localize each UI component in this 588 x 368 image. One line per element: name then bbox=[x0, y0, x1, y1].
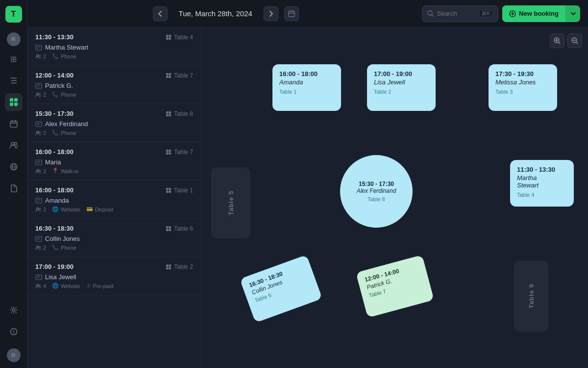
svg-point-60 bbox=[37, 169, 39, 171]
booking-name: Amanda bbox=[35, 197, 193, 204]
floor-controls bbox=[550, 33, 582, 48]
svg-rect-46 bbox=[166, 114, 169, 116]
search-input[interactable] bbox=[437, 10, 476, 17]
source-icon: 📍 bbox=[52, 168, 59, 174]
sidebar-icon-settings[interactable] bbox=[5, 301, 23, 319]
svg-rect-55 bbox=[166, 152, 169, 155]
search-keyboard-shortcut: ⌘K bbox=[479, 10, 493, 17]
sidebar-icon-menu[interactable]: ☰ bbox=[5, 72, 23, 89]
floor-table-card[interactable]: 17:30 - 19:30 Melissa Jones Table 3 bbox=[489, 64, 557, 111]
guest-count: 2 bbox=[35, 168, 46, 174]
source-icon: 📞 bbox=[52, 53, 59, 59]
topbar-right: ⌘K New booking bbox=[422, 5, 580, 22]
svg-line-22 bbox=[432, 15, 433, 16]
list-item[interactable]: 16:00 - 18:00 Table 7 Maria bbox=[27, 142, 201, 181]
booking-name: Martha Stewart bbox=[35, 44, 193, 51]
floor-vertical-table-5[interactable]: Table 5 bbox=[211, 167, 250, 238]
list-item[interactable]: 16:30 - 18:30 Table 6 Collin Jones bbox=[27, 219, 201, 257]
source-icon: 🌐 bbox=[52, 206, 59, 212]
svg-point-43 bbox=[39, 93, 41, 95]
card-name: Melissa Jones bbox=[495, 79, 550, 86]
svg-rect-3 bbox=[14, 103, 18, 106]
card-table: Table 8 bbox=[368, 196, 385, 202]
search-box[interactable]: ⌘K bbox=[422, 5, 498, 22]
svg-rect-2 bbox=[10, 103, 13, 106]
source-icon: 📞 bbox=[52, 130, 59, 136]
svg-point-70 bbox=[39, 208, 41, 210]
prev-date-button[interactable] bbox=[153, 6, 168, 21]
card-time: 11:30 - 13:30 bbox=[517, 166, 567, 173]
svg-point-34 bbox=[39, 55, 41, 56]
svg-rect-72 bbox=[169, 226, 172, 229]
zoom-out-button[interactable] bbox=[567, 33, 582, 48]
card-time: 17:30 - 19:30 bbox=[495, 70, 550, 78]
sidebar-icon-calendar[interactable] bbox=[5, 115, 23, 132]
list-item[interactable]: 12:00 - 14:00 Table 7 Patrick G. bbox=[27, 66, 201, 104]
bookings-list: 11:30 - 13:30 Table 4 Martha Stewart bbox=[27, 27, 201, 368]
zoom-in-button[interactable] bbox=[550, 33, 564, 48]
user-avatar-bottom[interactable]: R bbox=[7, 348, 21, 362]
list-item[interactable]: 15:30 - 17:30 Table 8 Alex Ferdinand bbox=[27, 104, 201, 142]
floor-table-card[interactable]: 11:30 - 13:30 MarthaStewart Table 4 bbox=[510, 160, 574, 207]
table-icon-small bbox=[166, 73, 172, 79]
guests-icon bbox=[35, 54, 41, 59]
booking-time: 16:00 - 18:00 bbox=[35, 148, 74, 156]
booking-header: 16:00 - 18:00 Table 1 bbox=[35, 186, 193, 194]
guests-icon bbox=[35, 131, 41, 135]
new-booking-dropdown-button[interactable] bbox=[565, 5, 580, 22]
svg-rect-84 bbox=[36, 275, 42, 280]
booking-extra: ① Pre-paid bbox=[86, 283, 114, 289]
svg-rect-27 bbox=[169, 35, 172, 37]
card-table: Table 2 bbox=[374, 89, 429, 95]
booking-header: 11:30 - 13:30 Table 4 bbox=[35, 33, 193, 41]
svg-line-92 bbox=[559, 42, 560, 44]
svg-rect-63 bbox=[169, 188, 172, 190]
list-item[interactable]: 17:00 - 19:00 Table 2 Lisa Jewell bbox=[27, 257, 201, 295]
new-booking-main-button[interactable]: New booking bbox=[502, 5, 565, 22]
sidebar-icon-globe[interactable] bbox=[5, 158, 23, 176]
person-icon bbox=[35, 159, 42, 165]
booking-header: 15:30 - 17:30 Table 8 bbox=[35, 110, 193, 117]
list-item[interactable]: 16:00 - 18:00 Table 1 Amanda bbox=[27, 181, 201, 219]
sidebar-icon-grid[interactable]: ⊞ bbox=[5, 50, 23, 68]
svg-rect-75 bbox=[36, 237, 42, 241]
booking-table: Table 8 bbox=[166, 110, 193, 117]
booking-source: 📞 Phone bbox=[52, 91, 76, 98]
floor-canvas: 16:00 - 18:00 Amanda Table 1 17:00 - 19:… bbox=[201, 27, 588, 368]
booking-name: Alex Ferdinand bbox=[35, 120, 193, 128]
booking-time: 15:30 - 17:30 bbox=[35, 110, 74, 117]
floor-oval-table[interactable]: 15:30 - 17:30 Alex Ferdinand Table 8 bbox=[340, 155, 413, 228]
floor-rotated-card[interactable]: 16:30 - 18:30 Collin Jones Table 6 bbox=[240, 255, 322, 323]
svg-rect-37 bbox=[166, 76, 169, 78]
floor-vertical-table-9[interactable]: Table 9 bbox=[514, 261, 548, 332]
sidebar-icon-file[interactable] bbox=[5, 180, 23, 197]
svg-rect-45 bbox=[169, 111, 172, 114]
chevron-down-icon bbox=[571, 12, 576, 15]
calendar-picker-button[interactable] bbox=[284, 6, 299, 21]
guests-icon bbox=[35, 245, 41, 250]
floor-table-card[interactable]: 16:00 - 18:00 Amanda Table 1 bbox=[272, 64, 341, 111]
svg-rect-35 bbox=[166, 73, 169, 76]
guest-count: 2 bbox=[35, 206, 46, 212]
date-navigation: Tue, March 28th, 2024 bbox=[35, 6, 416, 21]
guest-count: 2 bbox=[35, 244, 46, 251]
svg-rect-57 bbox=[36, 160, 42, 165]
svg-rect-83 bbox=[169, 267, 172, 269]
sidebar-icon-info[interactable] bbox=[5, 323, 23, 341]
booking-meta: 2 📞 Phone bbox=[35, 244, 193, 251]
sidebar-icon-users[interactable] bbox=[5, 136, 23, 154]
booking-table: Table 1 bbox=[166, 187, 193, 194]
booking-meta: 2 📞 Phone bbox=[35, 130, 193, 136]
floor-rotated-card[interactable]: 12:00 - 14:00 Patrick G. Table 7 bbox=[356, 255, 434, 318]
booking-table: Table 6 bbox=[166, 225, 193, 232]
card-table: Table 1 bbox=[279, 89, 334, 95]
sidebar-icon-table[interactable] bbox=[5, 93, 23, 111]
floor-table-card[interactable]: 17:00 - 19:00 Lisa Jewell Table 2 bbox=[367, 64, 436, 111]
booking-source: 📞 Phone bbox=[52, 53, 76, 59]
app-logo[interactable]: T bbox=[5, 6, 22, 23]
next-date-button[interactable] bbox=[264, 6, 278, 21]
guest-count: 2 bbox=[35, 91, 46, 98]
list-item[interactable]: 11:30 - 13:30 Table 4 Martha Stewart bbox=[27, 27, 201, 66]
svg-rect-28 bbox=[166, 37, 169, 40]
user-avatar-top[interactable]: R bbox=[7, 32, 21, 46]
